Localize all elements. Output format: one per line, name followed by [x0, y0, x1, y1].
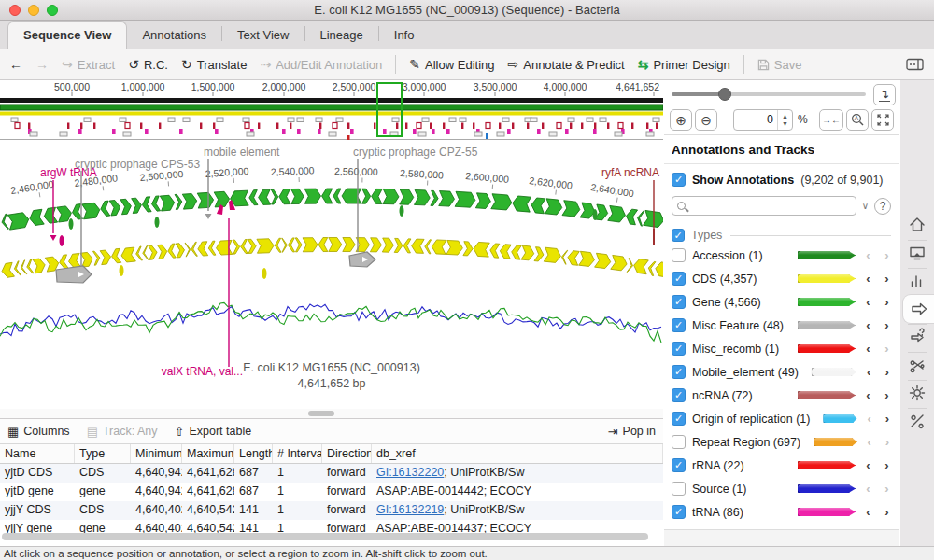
columns-button[interactable]: ▦Columns — [7, 425, 70, 438]
pane-splitter[interactable] — [0, 409, 663, 418]
previous-annotation-button[interactable]: ‹ — [863, 365, 875, 379]
sidebar-footer — [664, 529, 899, 546]
annotate-predict-button[interactable]: ⇨Annotate & Predict — [508, 58, 625, 72]
strip-button-home[interactable] — [900, 211, 934, 239]
zoom-percent-field[interactable]: 0 ▲ ▼ — [733, 109, 793, 131]
type-checkbox[interactable]: ✓ — [672, 318, 686, 332]
layout-panel-icon[interactable] — [906, 58, 925, 71]
fullscreen-button[interactable] — [871, 109, 894, 131]
primer-design-button[interactable]: ⇆Primer Design — [638, 58, 730, 72]
type-checkbox[interactable]: ✓ — [672, 412, 686, 426]
type-checkbox[interactable] — [672, 435, 686, 449]
next-annotation-button[interactable]: › — [881, 295, 893, 309]
extract-button[interactable]: ↪Extract — [62, 58, 115, 72]
type-checkbox[interactable] — [672, 248, 686, 262]
translate-button[interactable]: ↻Translate — [181, 58, 247, 72]
types-checkbox[interactable]: ✓ — [672, 229, 685, 242]
type-checkbox[interactable]: ✓ — [672, 505, 686, 519]
previous-annotation-button[interactable]: ‹ — [862, 318, 874, 332]
zoom-in-button[interactable]: ⊕ — [670, 109, 692, 131]
column-header-maximum[interactable]: Maximum — [182, 444, 234, 463]
zoom-slider[interactable] — [672, 92, 866, 96]
zoom-percent-value[interactable]: 0 — [734, 110, 777, 130]
annotation-search-input[interactable] — [689, 200, 851, 213]
next-annotation-button[interactable]: › — [881, 458, 893, 472]
minimize-window-button[interactable] — [28, 5, 39, 16]
stepper-up-icon[interactable]: ▲ — [782, 113, 788, 120]
type-checkbox[interactable]: ✓ — [672, 365, 686, 379]
zoom-slider-knob[interactable] — [718, 88, 731, 101]
maximize-window-button[interactable] — [47, 5, 58, 16]
strip-button-gear[interactable] — [900, 379, 934, 407]
zoom-out-button[interactable]: ⊖ — [695, 109, 717, 131]
reverse-complement-button[interactable]: ↺R.C. — [128, 58, 168, 72]
previous-annotation-button[interactable]: ‹ — [862, 295, 874, 309]
save-button[interactable]: Save — [757, 58, 802, 72]
next-annotation-button[interactable]: › — [881, 318, 893, 332]
show-annotations-checkbox[interactable]: ✓ — [672, 173, 686, 187]
strip-button-percent[interactable] — [900, 407, 934, 435]
next-annotation-button[interactable]: › — [881, 388, 893, 402]
annotation-type-row: ✓Mobile_element (49)‹› — [664, 360, 899, 384]
track-filter-button[interactable]: ▤Track: Any — [87, 425, 158, 438]
sequence-visualization[interactable]: 2,460,0002,480,0002,500,0002,520,0002,54… — [0, 140, 663, 409]
export-table-button[interactable]: ⇧Export table — [175, 425, 252, 438]
table-row[interactable]: yjtD genegene4,640,9424,641,6286871forwa… — [0, 483, 663, 501]
allow-editing-button[interactable]: ✎Allow Editing — [409, 58, 494, 72]
type-checkbox[interactable]: ✓ — [672, 272, 686, 286]
type-checkbox[interactable]: ✓ — [672, 388, 686, 402]
add-edit-annotation-button[interactable]: ⇢Add/Edit Annotation — [260, 58, 382, 72]
pop-in-button[interactable]: ⇥Pop in — [608, 425, 656, 438]
forward-button[interactable]: → — [35, 58, 49, 71]
next-annotation-button[interactable]: › — [881, 505, 893, 519]
column-header-length[interactable]: Length — [234, 444, 273, 463]
help-button[interactable]: ? — [874, 198, 891, 215]
previous-annotation-button[interactable]: ‹ — [862, 388, 874, 402]
next-annotation-button[interactable]: › — [882, 365, 894, 379]
tab-annotations[interactable]: Annotations — [127, 22, 221, 49]
close-window-button[interactable] — [9, 5, 21, 16]
previous-annotation-button[interactable]: ‹ — [862, 272, 874, 286]
column-header-direction[interactable]: Direction — [322, 444, 372, 463]
previous-annotation-button[interactable]: ‹ — [862, 458, 874, 472]
collapse-view-button[interactable]: →← — [819, 109, 843, 131]
type-checkbox[interactable]: ✓ — [672, 458, 686, 472]
tab-text-view[interactable]: Text View — [222, 22, 304, 49]
tab-sequence-view[interactable]: Sequence View — [7, 21, 127, 49]
stepper-down-icon[interactable]: ▼ — [782, 120, 788, 128]
tab-info[interactable]: Info — [379, 22, 430, 49]
type-checkbox[interactable]: ✓ — [672, 295, 686, 309]
column-header-minimum[interactable]: Minimum▼ — [131, 444, 182, 463]
next-annotation-button[interactable]: › — [882, 412, 893, 426]
db-xref-link[interactable]: GI:16132220 — [376, 466, 444, 479]
previous-annotation-button[interactable]: ‹ — [862, 505, 874, 519]
back-button[interactable]: ← — [9, 58, 22, 71]
next-annotation-button[interactable]: › — [881, 272, 893, 286]
strip-button-annotate-question[interactable] — [900, 323, 934, 351]
search-dropdown-icon[interactable]: ∨ — [862, 201, 869, 211]
type-checkbox[interactable]: ✓ — [672, 342, 686, 356]
tab-lineage[interactable]: Lineage — [305, 22, 378, 49]
jump-to-button[interactable]: ↴ — [873, 84, 896, 105]
table-row[interactable]: yjjY CDSCDS4,640,4024,640,5421411forward… — [0, 501, 663, 520]
strip-button-scissors[interactable] — [900, 351, 934, 379]
zoom-percent-stepper[interactable]: ▲ ▼ — [777, 110, 792, 130]
table-horizontal-scrollbar[interactable] — [2, 533, 648, 540]
annotation-search-box[interactable] — [672, 196, 856, 216]
splitter-handle-icon[interactable] — [308, 411, 334, 416]
genome-overview[interactable]: 500,0001,000,0001,500,0002,000,0002,500,… — [0, 80, 663, 140]
type-checkbox[interactable] — [672, 482, 686, 496]
db-xref-link[interactable]: GI:16132219 — [376, 503, 444, 516]
column-header-name[interactable]: Name — [0, 444, 75, 463]
sequence-visualization-svg[interactable]: 2,460,0002,480,0002,500,0002,520,0002,54… — [0, 140, 663, 409]
previous-annotation-button[interactable]: ‹ — [862, 342, 874, 356]
strip-button-monitor[interactable] — [900, 239, 934, 267]
table-row[interactable]: yjtD CDSCDS4,640,9424,641,6286871forward… — [0, 464, 663, 483]
column-header-type[interactable]: Type — [75, 444, 131, 463]
genome-overview-svg[interactable]: 500,0001,000,0001,500,0002,000,0002,500,… — [0, 80, 663, 140]
strip-button-chart[interactable] — [900, 267, 934, 295]
column-header-db-xref[interactable]: db_xref — [372, 444, 663, 463]
column-header--intervals[interactable]: # Intervals — [273, 444, 322, 463]
strip-button-annotation-arrow[interactable] — [903, 295, 934, 323]
find-in-sequence-button[interactable]: A — [846, 109, 869, 131]
